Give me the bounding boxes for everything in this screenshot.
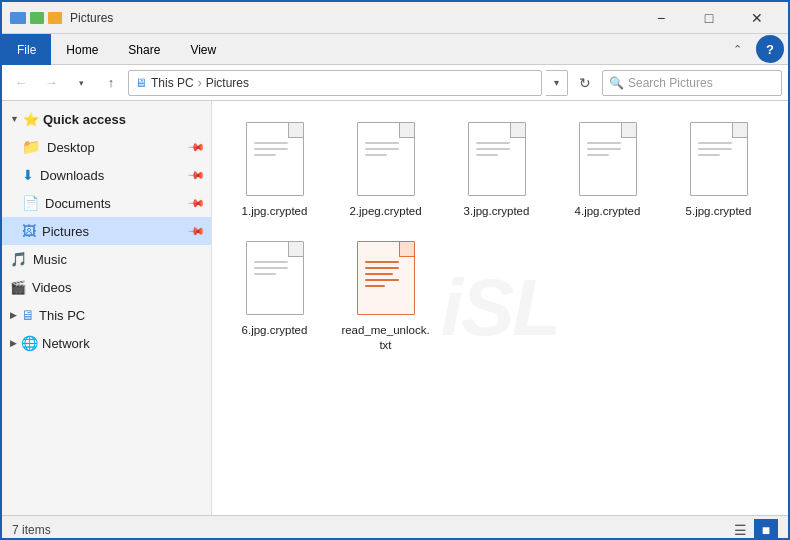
sidebar-section-thispc[interactable]: ▶ 🖥 This PC xyxy=(2,301,211,329)
ribbon-tab-bar: File Home Share View ⌃ ? xyxy=(2,34,788,64)
sidebar-item-desktop[interactable]: 📁 Desktop 📌 xyxy=(2,133,211,161)
file-lines-1 xyxy=(254,142,288,156)
ribbon: File Home Share View ⌃ ? xyxy=(2,34,788,65)
path-separator-1: › xyxy=(198,76,202,90)
file-line xyxy=(254,154,276,156)
file-line xyxy=(365,148,399,150)
address-bar: ← → ▾ ↑ 🖥 This PC › Pictures ▾ ↻ 🔍 Searc… xyxy=(2,65,788,101)
minimize-button[interactable]: − xyxy=(638,3,684,33)
file-line xyxy=(365,279,399,281)
file-item-7[interactable]: read_me_unlock.txt xyxy=(333,230,438,358)
file-icon-1 xyxy=(241,118,309,200)
download-icon: ⬇ xyxy=(22,167,34,183)
address-path[interactable]: 🖥 This PC › Pictures xyxy=(128,70,542,96)
file-name-7: read_me_unlock.txt xyxy=(341,323,429,353)
address-dropdown-button[interactable]: ▾ xyxy=(546,70,568,96)
file-item-2[interactable]: 2.jpeg.crypted xyxy=(333,111,438,224)
file-name-4: 4.jpg.crypted xyxy=(575,204,641,219)
refresh-button[interactable]: ↻ xyxy=(572,70,598,96)
file-line xyxy=(698,154,720,156)
file-item-6[interactable]: 6.jpg.crypted xyxy=(222,230,327,358)
file-page-3 xyxy=(468,122,526,196)
sidebar: ▼ ⭐ Quick access 📁 Desktop 📌 ⬇ Downloads… xyxy=(2,101,212,515)
file-line xyxy=(254,261,288,263)
file-area: iSL 1.jpg.crypted xyxy=(212,101,788,515)
help-button[interactable]: ? xyxy=(756,35,784,63)
tab-home[interactable]: Home xyxy=(51,34,113,65)
path-icon: 🖥 xyxy=(135,76,147,90)
sidebar-item-videos[interactable]: 🎬 Videos xyxy=(2,273,211,301)
window-controls: − □ ✕ xyxy=(638,3,780,33)
main-area: ▼ ⭐ Quick access 📁 Desktop 📌 ⬇ Downloads… xyxy=(2,101,788,515)
tab-view[interactable]: View xyxy=(175,34,231,65)
sidebar-section-network[interactable]: ▶ 🌐 Network xyxy=(2,329,211,357)
expand-arrow-quick-access: ▼ xyxy=(10,114,19,124)
tab-share[interactable]: Share xyxy=(113,34,175,65)
close-button[interactable]: ✕ xyxy=(734,3,780,33)
file-line xyxy=(476,148,510,150)
file-item-5[interactable]: 5.jpg.crypted xyxy=(666,111,771,224)
tab-file[interactable]: File xyxy=(2,34,51,65)
sidebar-label-pictures: Pictures xyxy=(42,224,89,239)
file-page-5 xyxy=(690,122,748,196)
pictures-icon: 🖼 xyxy=(22,223,36,239)
file-line xyxy=(587,142,621,144)
search-box[interactable]: 🔍 Search Pictures xyxy=(602,70,782,96)
sidebar-label-quick-access: Quick access xyxy=(43,112,126,127)
sidebar-label-music: Music xyxy=(33,252,67,267)
file-line xyxy=(254,142,288,144)
file-icon-4 xyxy=(574,118,642,200)
thispc-icon: 🖥 xyxy=(21,307,35,323)
item-count: 7 items xyxy=(12,523,51,537)
file-page-2 xyxy=(357,122,415,196)
list-view-button[interactable]: ☰ xyxy=(728,519,752,541)
file-line xyxy=(476,154,498,156)
tb-icon-1 xyxy=(10,12,26,24)
path-pictures[interactable]: Pictures xyxy=(206,76,249,90)
recent-locations-button[interactable]: ▾ xyxy=(68,70,94,96)
file-line xyxy=(365,142,399,144)
pin-icon-desktop: 📌 xyxy=(186,137,205,156)
back-button[interactable]: ← xyxy=(8,70,34,96)
sidebar-label-downloads: Downloads xyxy=(40,168,104,183)
sidebar-section-quick-access[interactable]: ▼ ⭐ Quick access xyxy=(2,105,211,133)
sidebar-item-documents[interactable]: 📄 Documents 📌 xyxy=(2,189,211,217)
file-icon-3 xyxy=(463,118,531,200)
sidebar-item-downloads[interactable]: ⬇ Downloads 📌 xyxy=(2,161,211,189)
file-item-1[interactable]: 1.jpg.crypted xyxy=(222,111,327,224)
file-page-1 xyxy=(246,122,304,196)
maximize-button[interactable]: □ xyxy=(686,3,732,33)
title-bar: Pictures − □ ✕ xyxy=(2,2,788,34)
ribbon-collapse-button[interactable]: ⌃ xyxy=(723,34,752,64)
sidebar-item-pictures[interactable]: 🖼 Pictures 📌 xyxy=(2,217,211,245)
file-icon-5 xyxy=(685,118,753,200)
file-name-3: 3.jpg.crypted xyxy=(464,204,530,219)
window-title: Pictures xyxy=(70,11,638,25)
pin-icon-pictures: 📌 xyxy=(186,221,205,240)
pin-icon-downloads: 📌 xyxy=(186,165,205,184)
music-icon: 🎵 xyxy=(10,251,27,267)
file-name-1: 1.jpg.crypted xyxy=(242,204,308,219)
file-name-5: 5.jpg.crypted xyxy=(686,204,752,219)
forward-button[interactable]: → xyxy=(38,70,64,96)
file-line xyxy=(365,261,399,263)
sidebar-label-documents: Documents xyxy=(45,196,111,211)
expand-arrow-thispc: ▶ xyxy=(10,310,17,320)
star-icon: ⭐ xyxy=(23,112,39,127)
view-controls: ☰ ■ xyxy=(728,519,778,541)
sidebar-item-music[interactable]: 🎵 Music xyxy=(2,245,211,273)
file-line xyxy=(698,142,732,144)
status-bar: 7 items ☰ ■ xyxy=(2,515,788,540)
sidebar-label-desktop: Desktop xyxy=(47,140,95,155)
file-item-4[interactable]: 4.jpg.crypted xyxy=(555,111,660,224)
video-icon: 🎬 xyxy=(10,280,26,295)
network-icon: 🌐 xyxy=(21,335,38,351)
sidebar-label-videos: Videos xyxy=(32,280,72,295)
sidebar-label-thispc: This PC xyxy=(39,308,85,323)
file-line xyxy=(365,267,399,269)
grid-view-button[interactable]: ■ xyxy=(754,519,778,541)
path-thispc[interactable]: This PC xyxy=(151,76,194,90)
up-button[interactable]: ↑ xyxy=(98,70,124,96)
file-lines-6 xyxy=(254,261,288,275)
file-item-3[interactable]: 3.jpg.crypted xyxy=(444,111,549,224)
